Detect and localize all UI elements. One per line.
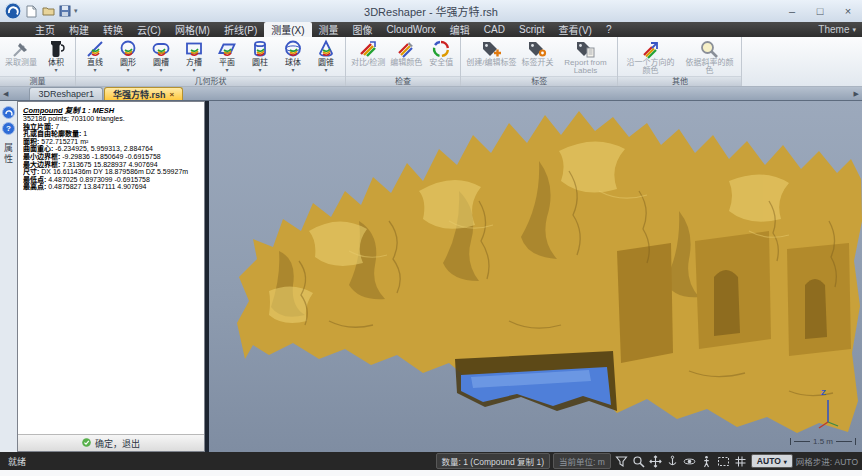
maximize-button[interactable]: □ <box>806 1 834 21</box>
ribbon-button[interactable]: 创建/编辑标签 <box>464 39 518 67</box>
selection-icon[interactable] <box>716 454 731 468</box>
save-icon[interactable] <box>58 4 72 18</box>
grid-icon[interactable] <box>733 454 748 468</box>
menu-tab[interactable]: 网格(M) <box>168 22 217 37</box>
label-add-icon <box>480 39 502 59</box>
help-icon[interactable]: ? <box>2 121 15 134</box>
close-tab-icon[interactable]: × <box>169 90 174 99</box>
ribbon-button[interactable]: Report from Labels <box>556 39 614 75</box>
bottom-filler <box>0 470 862 476</box>
app-window: ▾ 3DReshaper - 华强方特.rsh – □ × 主页构建转换云(C)… <box>0 0 862 476</box>
panel-title: Compound 复制 1 : MESH <box>23 106 199 115</box>
dropdown-caret-icon[interactable]: ▾ <box>93 67 96 73</box>
theme-selector[interactable]: Theme ▾ <box>818 22 856 37</box>
qat-dropdown-icon[interactable]: ▾ <box>74 7 78 15</box>
document-tab[interactable]: 3DReshaper1 <box>29 87 103 100</box>
ribbon-button[interactable]: 依据斜率的颜色 <box>680 39 738 75</box>
anchor-icon[interactable] <box>665 454 680 468</box>
ribbon-group-label: 几何形状 <box>76 76 345 86</box>
plane-icon <box>217 39 237 59</box>
menu-tab[interactable]: 构建 <box>62 22 96 37</box>
ribbon-button[interactable]: 平面▾ <box>211 39 243 73</box>
document-tab[interactable]: 华强方特.rsh× <box>104 87 183 100</box>
dropdown-caret-icon[interactable]: ▾ <box>159 67 162 73</box>
ribbon-button-label: 创建/编辑标签 <box>466 59 516 67</box>
ribbon-group-label: 检查 <box>346 76 460 86</box>
menu-tab[interactable]: 折线(P) <box>217 22 264 37</box>
ribbon-button[interactable]: 对比/检测 <box>349 39 387 67</box>
zoom-icon[interactable] <box>631 454 646 468</box>
walk-icon[interactable] <box>699 454 714 468</box>
rotate-icon[interactable] <box>2 105 15 118</box>
menu-tab[interactable]: 编辑 <box>443 22 477 37</box>
new-file-icon[interactable] <box>24 4 38 18</box>
viewport-3d[interactable]: Z 1.5 m <box>209 101 862 452</box>
ribbon-button-label: 依据斜率的颜色 <box>682 59 736 75</box>
ribbon-button[interactable]: 方槽▾ <box>178 39 210 73</box>
menu-tab[interactable]: 测量(X) <box>264 22 311 37</box>
grid-auto-dropdown[interactable]: AUTO ▾ <box>751 454 793 468</box>
ribbon-button-label: 直线 <box>87 59 103 67</box>
menu-tab[interactable]: CAD <box>477 22 512 37</box>
ribbon-button[interactable]: 采取测量 <box>3 39 39 67</box>
menu-tab[interactable]: 图像 <box>346 22 380 37</box>
dropdown-caret-icon[interactable]: ▾ <box>225 67 228 73</box>
menu-tab[interactable]: 转换 <box>96 22 130 37</box>
unit-selector[interactable]: 当前单位: m <box>553 453 611 469</box>
green-check-icon <box>82 438 91 449</box>
dropdown-caret-icon[interactable]: ▾ <box>192 67 195 73</box>
ribbon-button[interactable]: 安全值 <box>425 39 457 67</box>
properties-tab-label[interactable]: 属性 <box>2 143 15 165</box>
ribbon-button-label: 圆锥 <box>318 59 334 67</box>
chevron-down-icon: ▾ <box>784 458 787 465</box>
dropdown-caret-icon[interactable]: ▾ <box>126 67 129 73</box>
axis-z-label: Z <box>821 388 826 397</box>
dropdown-caret-icon[interactable]: ▾ <box>324 67 327 73</box>
dropdown-caret-icon[interactable]: ▾ <box>258 67 261 73</box>
orbit-icon[interactable] <box>682 454 697 468</box>
menu-tab[interactable]: 查看(V) <box>552 22 599 37</box>
ribbon-button[interactable]: 圆槽▾ <box>145 39 177 73</box>
main-area: ?属性 Compound 复制 1 : MESH352186 points; 7… <box>0 101 862 452</box>
menu-tab[interactable]: CloudWorx <box>380 22 443 37</box>
ribbon-button[interactable]: 编辑颜色 <box>388 39 424 67</box>
ribbon-button-label: 采取测量 <box>5 59 37 67</box>
circle-icon <box>118 39 138 59</box>
volume-icon <box>46 39 66 59</box>
minimize-button[interactable]: – <box>778 1 806 21</box>
edit-colors-icon <box>396 39 416 59</box>
ribbon-button-label: 体积 <box>48 59 64 67</box>
property-line: 面积: 572.715271 m² <box>23 138 199 146</box>
ribbon-button[interactable]: 球体▾ <box>277 39 309 73</box>
funnel-icon[interactable] <box>614 454 629 468</box>
ribbon-button[interactable]: 直线▾ <box>79 39 111 73</box>
ribbon-button[interactable]: 圆锥▾ <box>310 39 342 73</box>
ribbon-button[interactable]: 圆柱▾ <box>244 39 276 73</box>
ribbon-button-label: 平面 <box>219 59 235 67</box>
close-button[interactable]: × <box>834 1 862 21</box>
axis-indicator: Z <box>810 390 846 432</box>
open-folder-icon[interactable] <box>41 4 55 18</box>
sphere-icon <box>283 39 303 59</box>
3dreshaper-logo-icon[interactable] <box>4 2 22 20</box>
menu-tab[interactable]: Script <box>512 22 552 37</box>
titlebar: ▾ 3DReshaper - 华强方特.rsh – □ × <box>0 0 862 22</box>
mesh-model[interactable] <box>209 101 862 452</box>
ribbon-button[interactable]: 体积▾ <box>40 39 72 73</box>
line-icon <box>85 39 105 59</box>
ribbon-button[interactable]: 圆形▾ <box>112 39 144 73</box>
ribbon-button[interactable]: 沿一个方向的颜色 <box>621 39 679 75</box>
menu-tab[interactable]: 测量 <box>312 22 346 37</box>
dropdown-caret-icon[interactable]: ▾ <box>54 67 57 73</box>
menu-tab[interactable]: 主页 <box>28 22 62 37</box>
compare-icon <box>358 39 378 59</box>
scroll-right-icon[interactable]: ▶ <box>851 90 862 98</box>
dropdown-caret-icon[interactable]: ▾ <box>291 67 294 73</box>
property-line: 最高点: 0.4875827 13.847111 4.907694 <box>23 183 199 191</box>
menu-tab[interactable]: ? <box>599 22 619 37</box>
menu-tab[interactable]: 云(C) <box>130 22 168 37</box>
ribbon-button[interactable]: 标签开关 <box>519 39 555 67</box>
confirm-exit-button[interactable]: 确定，退出 <box>82 437 140 450</box>
scroll-left-icon[interactable]: ◀ <box>0 90 11 98</box>
move-icon[interactable] <box>648 454 663 468</box>
